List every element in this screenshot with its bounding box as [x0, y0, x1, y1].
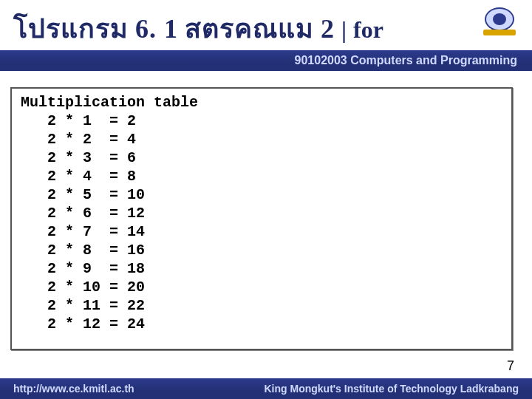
title-part-1: โปรแกรม [13, 14, 129, 44]
slide: โปรแกรม 6. 1 สตรคณแม 2 | for 90102003 Co… [0, 0, 532, 399]
title-part-2: สตรคณแม [185, 14, 314, 44]
footer: http://www.ce.kmitl.ac.th King Mongkut's… [0, 378, 532, 399]
title-num: 6. 1 [135, 14, 178, 44]
page-title: โปรแกรม 6. 1 สตรคณแม 2 | for [13, 7, 383, 50]
title-pipe: | [341, 16, 347, 43]
svg-point-2 [493, 13, 506, 25]
logo-icon [480, 4, 519, 38]
footer-url: http://www.ce.kmitl.ac.th [13, 378, 134, 399]
svg-rect-3 [483, 30, 516, 35]
title-for: for [353, 16, 383, 43]
footer-institution: King Mongkut's Institute of Technology L… [264, 378, 519, 399]
code-block: Multiplication table 2 * 1 = 2 2 * 2 = 4… [21, 93, 502, 333]
course-code: 90102003 Computers and Programming [295, 54, 517, 66]
header: โปรแกรม 6. 1 สตรคณแม 2 | for [0, 0, 532, 52]
output-box: Multiplication table 2 * 1 = 2 2 * 2 = 4… [10, 87, 513, 350]
course-bar: 90102003 Computers and Programming [0, 50, 532, 71]
page-number: 7 [507, 358, 514, 374]
title-tail-num: 2 [321, 14, 335, 44]
